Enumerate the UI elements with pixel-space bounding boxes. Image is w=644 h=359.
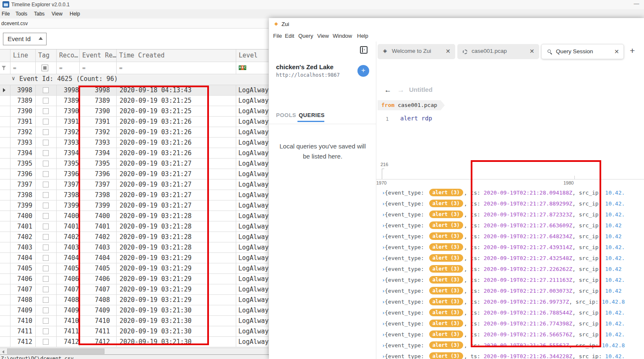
te-menu-tools[interactable]: Tools [16, 11, 27, 17]
group-row[interactable]: ∨ Event Id: 4625 (Count: 96) [0, 74, 269, 85]
expand-chevron-icon[interactable]: › [376, 331, 385, 338]
te-menu-tabs[interactable]: Tabs [34, 11, 44, 17]
expand-chevron-icon[interactable]: › [376, 353, 385, 359]
tag-checkbox[interactable] [43, 98, 49, 104]
te-menu-file[interactable]: File [2, 11, 10, 17]
cell-record: 7399 [57, 200, 80, 211]
file-tab-dcevent[interactable]: dcevent.csv [1, 21, 28, 26]
tag-checkbox[interactable] [43, 224, 49, 229]
expand-chevron-icon[interactable]: › [376, 288, 385, 294]
tag-checkbox[interactable] [43, 87, 49, 93]
tab-welcome[interactable]: ◈ Welcome to Zui ✕ [378, 44, 455, 59]
tag-checkbox[interactable] [43, 150, 49, 156]
tag-checkbox[interactable] [43, 182, 49, 187]
expand-chevron-icon[interactable]: › [376, 190, 385, 196]
zui-menu-help[interactable]: Help [357, 33, 368, 39]
column-header-tag[interactable]: Tag [36, 49, 57, 62]
filter-event-record[interactable]: = [80, 62, 117, 74]
from-pool-pill[interactable]: from case001.pcap [378, 100, 445, 110]
tag-checkbox[interactable] [43, 245, 49, 250]
tag-checkbox[interactable] [43, 297, 49, 303]
cell-line: 7392 [10, 127, 36, 137]
tag-checkbox[interactable] [43, 328, 49, 334]
scroll-left-arrow-icon[interactable] [2, 350, 4, 354]
tag-checkbox[interactable] [43, 318, 49, 324]
tag-checkbox[interactable] [43, 234, 49, 240]
close-icon[interactable]: ✕ [446, 48, 451, 55]
zui-menu-query[interactable]: Query [298, 33, 313, 39]
tag-checkbox[interactable] [43, 339, 49, 345]
minimize-button[interactable]: — [631, 0, 642, 8]
expand-chevron-icon[interactable]: › [376, 222, 385, 229]
lake-name[interactable]: chicken's Zed Lake [276, 63, 334, 70]
alert-badge: alert (3) [429, 200, 463, 207]
tag-checkbox[interactable] [43, 286, 49, 292]
tag-checkbox[interactable] [43, 276, 49, 282]
filter-time-created[interactable]: = [117, 62, 236, 74]
expand-chevron-icon[interactable]: › [376, 200, 385, 207]
sidebar-collapse-icon[interactable]: ‹ [360, 46, 368, 54]
alert-badge: alert (3) [429, 298, 463, 305]
expand-chevron-icon[interactable]: › [376, 211, 385, 218]
tag-checkbox-filter-icon[interactable] [42, 65, 48, 71]
close-icon[interactable]: ✕ [529, 48, 534, 55]
cell-record: 7409 [57, 305, 80, 315]
tag-checkbox[interactable] [43, 161, 49, 166]
column-header-event-record[interactable]: Event Re… [80, 49, 117, 62]
zui-menu-view[interactable]: View [317, 33, 329, 39]
group-collapse-icon[interactable]: ∨ [12, 75, 15, 81]
cell-record: 7411 [57, 326, 80, 336]
tag-checkbox[interactable] [43, 129, 49, 135]
column-header-line[interactable]: Line [10, 49, 36, 62]
expand-chevron-icon[interactable]: › [376, 320, 385, 327]
tab-query-session[interactable]: Query Session ✕ [541, 44, 624, 59]
tag-checkbox[interactable] [43, 203, 49, 208]
expand-chevron-icon[interactable]: › [376, 277, 385, 283]
sidebar-tab-pools[interactable]: POOLS [276, 112, 296, 118]
te-horizontal-scrollbar[interactable] [0, 348, 269, 354]
tab-case001[interactable]: case001.pcap ✕ [457, 44, 539, 59]
tag-checkbox[interactable] [43, 255, 49, 261]
forward-arrow-icon[interactable]: → [397, 86, 404, 94]
event-type-label: {event_type: [385, 353, 428, 359]
expand-chevron-icon[interactable]: › [376, 310, 385, 316]
expand-chevron-icon[interactable]: › [376, 266, 385, 272]
cell-level: LogAlway [236, 316, 269, 326]
te-menu-help[interactable]: Help [70, 11, 80, 17]
tag-checkbox[interactable] [43, 192, 49, 198]
tag-checkbox[interactable] [43, 108, 49, 114]
cell-tag [36, 138, 57, 148]
column-header-level[interactable]: Level [236, 49, 269, 62]
result-row[interactable]: › {event_type: alert (3) , ts: 2020-09-1… [376, 351, 644, 359]
column-header-time-created[interactable]: Time Created [117, 49, 236, 62]
expand-chevron-icon[interactable]: › [376, 342, 385, 349]
zui-menu-file[interactable]: File [273, 33, 282, 39]
sidebar-tab-queries[interactable]: QUERIES [299, 112, 325, 118]
zui-menu-edit[interactable]: Edit [285, 33, 294, 39]
filter-funnel-icon[interactable] [0, 62, 10, 74]
expand-chevron-icon[interactable]: › [376, 299, 385, 305]
filter-record[interactable]: = [57, 62, 80, 74]
expand-chevron-icon[interactable]: › [376, 233, 385, 239]
filter-line[interactable]: = [10, 62, 36, 74]
query-editor-text[interactable]: alert rdp [400, 115, 432, 122]
tag-checkbox[interactable] [43, 140, 49, 146]
group-by-chip[interactable]: Event Id [3, 33, 47, 45]
tag-checkbox[interactable] [43, 171, 49, 177]
new-tab-button[interactable]: + [630, 46, 635, 56]
column-header-record[interactable]: Reco… [57, 49, 80, 62]
tag-checkbox[interactable] [43, 265, 49, 271]
tag-checkbox[interactable] [43, 119, 49, 125]
back-arrow-icon[interactable]: ← [384, 86, 391, 94]
tag-checkbox[interactable] [43, 307, 49, 313]
close-icon[interactable]: ✕ [614, 48, 619, 55]
filter-level[interactable]: ABC [236, 62, 269, 74]
te-scrollbar-thumb[interactable] [7, 349, 104, 354]
zui-menu-window[interactable]: Window [333, 33, 352, 39]
te-menu-view[interactable]: View [52, 11, 63, 17]
expand-chevron-icon[interactable]: › [376, 244, 385, 250]
filter-tag[interactable] [36, 62, 57, 74]
expand-chevron-icon[interactable]: › [376, 255, 385, 261]
add-button[interactable]: + [357, 65, 369, 77]
tag-checkbox[interactable] [43, 213, 49, 219]
